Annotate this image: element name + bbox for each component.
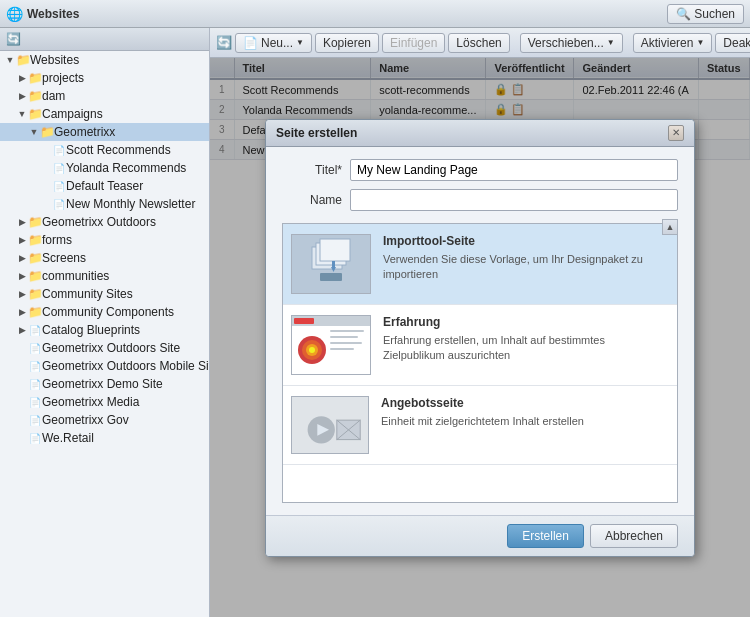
sidebar-label-catalog-blueprints: Catalog Blueprints bbox=[42, 323, 140, 337]
expand-icon: ▶ bbox=[16, 288, 28, 300]
dialog-close-button[interactable]: ✕ bbox=[668, 125, 684, 141]
sidebar-item-demo[interactable]: 📄 Geometrixx Demo Site bbox=[0, 375, 209, 393]
template-info-angebotsseite: Angebotsseite Einheit mit zielgerichtete… bbox=[381, 396, 669, 429]
template-name-angebotsseite: Angebotsseite bbox=[381, 396, 669, 410]
folder-icon: 📁 bbox=[28, 305, 42, 319]
copy-button[interactable]: Kopieren bbox=[315, 33, 379, 53]
sidebar-label-mobile: Geometrixx Outdoors Mobile Site bbox=[42, 359, 210, 373]
spacer bbox=[40, 144, 52, 156]
sidebar-item-yolanda[interactable]: 📄 Yolanda Recommends bbox=[0, 159, 209, 177]
delete-button[interactable]: Löschen bbox=[448, 33, 509, 53]
sidebar-item-newsletter[interactable]: 📄 New Monthly Newsletter bbox=[0, 195, 209, 213]
sidebar-item-scott[interactable]: 📄 Scott Recommends bbox=[0, 141, 209, 159]
activate-button[interactable]: Aktivieren ▼ bbox=[633, 33, 713, 53]
sidebar-item-community-sites[interactable]: ▶ 📁 Community Sites bbox=[0, 285, 209, 303]
cancel-button[interactable]: Abbrechen bbox=[590, 524, 678, 548]
sidebar-label-yolanda: Yolanda Recommends bbox=[66, 161, 186, 175]
sidebar-item-websites[interactable]: ▼ 📁 Websites bbox=[0, 51, 209, 69]
dropdown-arrow: ▼ bbox=[607, 38, 615, 47]
svg-rect-6 bbox=[320, 273, 342, 281]
create-page-dialog: Seite erstellen ✕ Titel* Name bbox=[265, 119, 695, 557]
expand-icon: ▶ bbox=[16, 252, 28, 264]
template-name-importtool: Importtool-Seite bbox=[383, 234, 669, 248]
svg-point-13 bbox=[309, 347, 315, 353]
sidebar-item-community-components[interactable]: ▶ 📁 Community Components bbox=[0, 303, 209, 321]
name-input[interactable] bbox=[350, 189, 678, 211]
folder-icon: 📁 bbox=[28, 89, 42, 103]
expand-icon: ▶ bbox=[16, 234, 28, 246]
template-item-importtool[interactable]: Importtool-Seite Verwenden Sie diese Vor… bbox=[283, 224, 677, 305]
dialog-body: Titel* Name bbox=[266, 147, 694, 515]
expand-icon: ▶ bbox=[16, 270, 28, 282]
page-icon: 📄 bbox=[52, 179, 66, 193]
sidebar-item-geometrixx[interactable]: ▼ 📁 Geometrixx bbox=[0, 123, 209, 141]
sidebar-item-defaultteaser[interactable]: 📄 Default Teaser bbox=[0, 177, 209, 195]
template-item-angebotsseite[interactable]: Angebotsseite Einheit mit zielgerichtete… bbox=[283, 386, 677, 465]
svg-rect-3 bbox=[320, 239, 350, 261]
sidebar-label-we-retail: We.Retail bbox=[42, 431, 94, 445]
sidebar-label-screens: Screens bbox=[42, 251, 86, 265]
sidebar-header: 🔄 bbox=[0, 28, 209, 51]
folder-icon: 📁 bbox=[28, 233, 42, 247]
svg-rect-5 bbox=[332, 261, 335, 268]
folder-icon: 📁 bbox=[16, 53, 30, 67]
page-icon: 📄 bbox=[28, 377, 42, 391]
sidebar-label-gov: Geometrixx Gov bbox=[42, 413, 129, 427]
angebotsseite-thumbnail-svg bbox=[292, 396, 368, 454]
sidebar-item-projects[interactable]: ▶ 📁 projects bbox=[0, 69, 209, 87]
titel-input[interactable] bbox=[350, 159, 678, 181]
dialog-overlay: Seite erstellen ✕ Titel* Name bbox=[210, 58, 750, 617]
insert-button[interactable]: Einfügen bbox=[382, 33, 445, 53]
sidebar-label-websites: Websites bbox=[30, 53, 79, 67]
create-button[interactable]: Erstellen bbox=[507, 524, 584, 548]
sidebar-item-geometrixx-outdoors[interactable]: ▶ 📁 Geometrixx Outdoors bbox=[0, 213, 209, 231]
expand-icon: ▶ bbox=[16, 90, 28, 102]
sidebar-item-communities[interactable]: ▶ 📁 communities bbox=[0, 267, 209, 285]
new-button[interactable]: 📄 Neu... ▼ bbox=[235, 33, 312, 53]
main-layout: 🔄 ▼ 📁 Websites ▶ 📁 projects ▶ 📁 dam ▼ 📁 … bbox=[0, 28, 750, 617]
search-button[interactable]: 🔍 Suchen bbox=[667, 4, 744, 24]
move-button[interactable]: Verschieben... ▼ bbox=[520, 33, 623, 53]
template-thumb-erfahrung bbox=[291, 315, 371, 375]
expand-icon: ▶ bbox=[16, 324, 28, 336]
spacer bbox=[16, 414, 28, 426]
page-icon: 📄 bbox=[28, 413, 42, 427]
dialog-title: Seite erstellen bbox=[276, 126, 357, 140]
sidebar-label-geometrixx-outdoors: Geometrixx Outdoors bbox=[42, 215, 156, 229]
sidebar-item-dam[interactable]: ▶ 📁 dam bbox=[0, 87, 209, 105]
deactivate-button[interactable]: Deaktivieren ▼ bbox=[715, 33, 750, 53]
sidebar-item-forms[interactable]: ▶ 📁 forms bbox=[0, 231, 209, 249]
sidebar-label-forms: forms bbox=[42, 233, 72, 247]
sidebar-item-screens[interactable]: ▶ 📁 Screens bbox=[0, 249, 209, 267]
sidebar-item-mobile[interactable]: 📄 Geometrixx Outdoors Mobile Site bbox=[0, 357, 209, 375]
template-info-erfahrung: Erfahrung Erfahrung erstellen, um Inhalt… bbox=[383, 315, 669, 364]
template-name-erfahrung: Erfahrung bbox=[383, 315, 669, 329]
folder-icon: 📁 bbox=[28, 71, 42, 85]
dropdown-arrow: ▼ bbox=[696, 38, 704, 47]
expand-icon: ▼ bbox=[28, 126, 40, 138]
titel-row: Titel* bbox=[282, 159, 678, 181]
folder-icon: 📁 bbox=[28, 215, 42, 229]
sidebar-item-outdoors-site[interactable]: 📄 Geometrixx Outdoors Site bbox=[0, 339, 209, 357]
folder-icon: 📁 bbox=[40, 125, 54, 139]
template-list: Importtool-Seite Verwenden Sie diese Vor… bbox=[282, 223, 678, 503]
sidebar-item-media[interactable]: 📄 Geometrixx Media bbox=[0, 393, 209, 411]
page-icon: 📄 bbox=[52, 161, 66, 175]
page-icon: 📄 bbox=[28, 359, 42, 373]
template-item-erfahrung[interactable]: Erfahrung Erfahrung erstellen, um Inhalt… bbox=[283, 305, 677, 386]
svg-rect-15 bbox=[330, 336, 358, 338]
sidebar-item-we-retail[interactable]: 📄 We.Retail bbox=[0, 429, 209, 447]
sidebar-item-campaigns[interactable]: ▼ 📁 Campaigns bbox=[0, 105, 209, 123]
expand-icon: ▶ bbox=[16, 72, 28, 84]
erfahrung-thumbnail-svg bbox=[292, 316, 370, 374]
sidebar-item-catalog-blueprints[interactable]: ▶ 📄 Catalog Blueprints bbox=[0, 321, 209, 339]
sidebar-label-defaultteaser: Default Teaser bbox=[66, 179, 143, 193]
folder-icon: 📁 bbox=[28, 269, 42, 283]
expand-icon: ▼ bbox=[4, 54, 16, 66]
sidebar-label-campaigns: Campaigns bbox=[42, 107, 103, 121]
sidebar-label-newsletter: New Monthly Newsletter bbox=[66, 197, 195, 211]
scroll-up-button[interactable]: ▲ bbox=[662, 219, 678, 235]
template-desc-angebotsseite: Einheit mit zielgerichtetem Inhalt erste… bbox=[381, 414, 669, 429]
sidebar-label-outdoors-site: Geometrixx Outdoors Site bbox=[42, 341, 180, 355]
sidebar-item-gov[interactable]: 📄 Geometrixx Gov bbox=[0, 411, 209, 429]
